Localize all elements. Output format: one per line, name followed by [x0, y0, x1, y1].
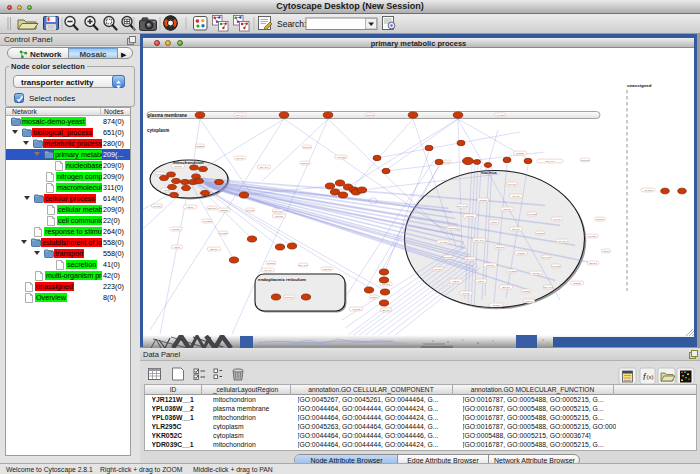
svg-text:Ste bio: Ste bio	[512, 228, 520, 231]
svg-text:Gly col: Gly col	[264, 269, 272, 272]
svg-text:Lip met: Lip met	[588, 235, 596, 238]
svg-text:Am acid: Am acid	[492, 304, 501, 307]
svg-text:Gly col: Gly col	[246, 209, 254, 212]
svg-text:unassigned: unassigned	[627, 83, 652, 88]
svg-text:Gly col: Gly col	[442, 161, 450, 164]
svg-text:Ste bio: Ste bio	[208, 207, 216, 210]
svg-text:Am acid: Am acid	[508, 270, 517, 273]
svg-text:Fat ox: Fat ox	[371, 296, 378, 299]
svg-text:Am acid: Am acid	[528, 213, 537, 216]
svg-text:Nuc ba: Nuc ba	[525, 300, 533, 303]
svg-text:Gly col: Gly col	[462, 292, 470, 295]
svg-text:Lip met: Lip met	[434, 268, 442, 271]
svg-text:TCA cyc: TCA cyc	[475, 239, 485, 242]
svg-text:Oxidati: Oxidati	[196, 145, 204, 148]
svg-text:Fat ox: Fat ox	[478, 280, 485, 283]
svg-text:Fat ox: Fat ox	[174, 246, 181, 249]
svg-text:Nuc ba: Nuc ba	[275, 215, 283, 218]
svg-text:mitochondrion: mitochondrion	[173, 160, 204, 165]
svg-text:Pur bio: Pur bio	[174, 165, 182, 168]
svg-text:Oxidati: Oxidati	[516, 152, 524, 155]
svg-text:cytoplasm: cytoplasm	[147, 128, 169, 133]
svg-text:endoplasmic reticulum: endoplasmic reticulum	[258, 277, 306, 282]
svg-text:Oxidati: Oxidati	[536, 232, 544, 235]
svg-text:Am acid: Am acid	[644, 189, 653, 192]
svg-text:Am acid: Am acid	[203, 220, 212, 223]
svg-text:Am acid: Am acid	[496, 114, 505, 117]
svg-text:Ste bio: Ste bio	[382, 309, 390, 312]
svg-text:Search:: Search:	[277, 19, 306, 29]
svg-text:Nuc ba: Nuc ba	[323, 268, 331, 271]
svg-text:Am acid: Am acid	[337, 156, 346, 159]
svg-text:(x): (x)	[647, 374, 654, 380]
svg-text:Lip met: Lip met	[466, 215, 474, 218]
svg-text:TCA cyc: TCA cyc	[299, 264, 309, 267]
svg-text:Am acid: Am acid	[352, 308, 361, 311]
svg-text:Ste bio: Ste bio	[589, 262, 597, 265]
svg-text:Oxidati: Oxidati	[267, 262, 275, 265]
svg-text:Gly col: Gly col	[512, 195, 520, 198]
svg-text:TCA cyc: TCA cyc	[544, 286, 554, 289]
svg-text:TCA cyc: TCA cyc	[260, 166, 270, 169]
svg-text:Lip met: Lip met	[552, 265, 560, 268]
svg-text:Gly col: Gly col	[542, 256, 550, 259]
svg-text:Pur bio: Pur bio	[285, 296, 293, 299]
svg-text:Nuc ba: Nuc ba	[503, 208, 511, 211]
svg-text:Oxidati: Oxidati	[479, 199, 487, 202]
svg-text:Ste bio: Ste bio	[496, 246, 504, 249]
svg-text:Fat ox: Fat ox	[491, 221, 498, 224]
svg-text:TCA cyc: TCA cyc	[236, 114, 246, 117]
svg-text:Ste bio: Ste bio	[502, 286, 510, 289]
svg-text:Nuc ba: Nuc ba	[301, 162, 309, 165]
svg-text:Gly col: Gly col	[558, 240, 566, 243]
svg-text:TCA cyc: TCA cyc	[274, 210, 284, 213]
svg-text:Fat ox: Fat ox	[187, 206, 194, 209]
svg-text:Lip met: Lip met	[153, 205, 161, 208]
svg-text:Nuc ba: Nuc ba	[486, 264, 494, 267]
svg-text:Nuc ba: Nuc ba	[581, 159, 589, 162]
svg-text:TCA cyc: TCA cyc	[458, 205, 468, 208]
svg-text:Gly col: Gly col	[508, 183, 516, 186]
svg-text:Pur bio: Pur bio	[596, 218, 604, 221]
svg-text:Am acid: Am acid	[439, 241, 448, 244]
svg-text:Oxidati: Oxidati	[573, 282, 581, 285]
svg-text:Lip met: Lip met	[219, 232, 227, 235]
svg-text:Oxidati: Oxidati	[522, 290, 530, 293]
svg-text:Fat ox: Fat ox	[603, 250, 610, 253]
svg-text:plasma membrane: plasma membrane	[148, 113, 188, 118]
svg-text:Pur bio: Pur bio	[444, 256, 452, 259]
svg-text:Gly col: Gly col	[236, 157, 244, 160]
svg-text:TCA cyc: TCA cyc	[466, 258, 476, 261]
svg-text:nucleus: nucleus	[481, 170, 497, 175]
svg-text:Pur bio: Pur bio	[532, 272, 540, 275]
svg-text:Pur bio: Pur bio	[303, 146, 311, 149]
svg-text:Oxidati: Oxidati	[220, 209, 228, 212]
svg-text:Ste bio: Ste bio	[210, 248, 218, 251]
svg-text:Pur bio: Pur bio	[553, 218, 561, 221]
svg-text:Fat ox: Fat ox	[453, 280, 460, 283]
svg-text:Nuc ba: Nuc ba	[366, 114, 374, 117]
svg-text:Pur bio: Pur bio	[172, 228, 180, 231]
svg-text:Nuc ba: Nuc ba	[448, 227, 456, 230]
svg-text:Oxidati: Oxidati	[517, 252, 525, 255]
svg-text:TCA cyc: TCA cyc	[546, 160, 556, 163]
